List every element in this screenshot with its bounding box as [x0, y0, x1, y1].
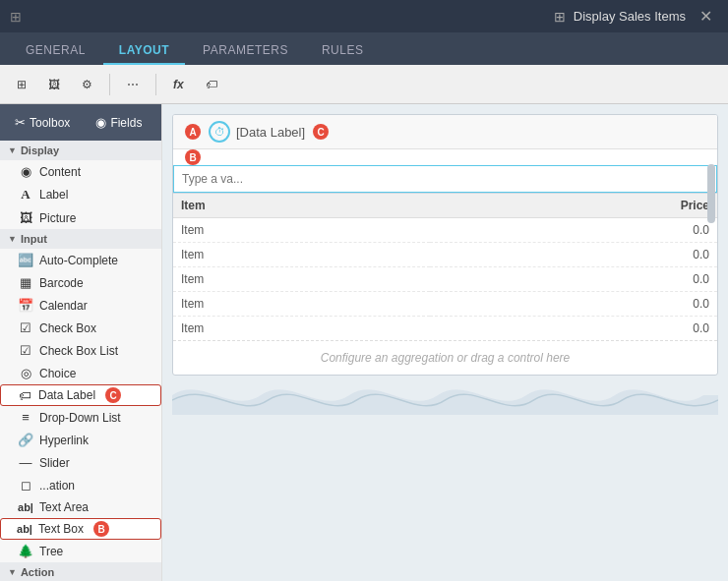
check-box-label: Check Box	[39, 321, 96, 335]
section-display-label: Display	[21, 145, 59, 156]
cell-price: 0.0	[430, 243, 717, 267]
tab-layout[interactable]: LAYOUT	[103, 37, 185, 65]
sidebar-item-barcode[interactable]: ▦ Barcode	[0, 271, 161, 294]
app-icon: ⊞	[10, 9, 22, 25]
sidebar-item-text-area[interactable]: ab| Text Area	[0, 496, 161, 518]
check-box-icon: ☑	[18, 320, 33, 335]
sidebar-item-check-box[interactable]: ☑ Check Box	[0, 317, 161, 339]
badge-b-canvas: B	[185, 149, 201, 165]
sidebar-item-tree[interactable]: 🌲 Tree	[0, 540, 161, 562]
fields-tab[interactable]: ◉ Fields	[89, 111, 149, 134]
sidebar-item-calendar[interactable]: 📅 Calendar	[0, 294, 161, 317]
toolbar-row: ⊞ 🖼 ⚙ ⋯ fx 🏷	[0, 65, 728, 104]
table-row: Item0.0	[173, 317, 717, 341]
drop-down-list-label: Drop-Down List	[39, 411, 121, 425]
toolbar-tag-btn[interactable]: 🏷	[197, 73, 226, 96]
fields-icon: ◉	[95, 115, 106, 130]
sidebar-item-notification[interactable]: ◻ ...ation	[0, 474, 161, 496]
table-row: Item0.0	[173, 218, 717, 243]
title-area: ⊞ Display Sales Items ✕	[554, 5, 718, 28]
toolbox-label: Toolbox	[30, 116, 70, 130]
notification-label: ...ation	[39, 479, 75, 493]
choice-icon: ◎	[18, 366, 33, 380]
toolbar-fx-btn[interactable]: fx	[164, 73, 193, 96]
slider-icon: —	[18, 455, 33, 470]
canvas-data-label: [Data Label]	[236, 125, 305, 140]
toolbar-preview-btn[interactable]: 🖼	[39, 73, 69, 96]
cell-price: 0.0	[430, 267, 717, 292]
toolbar-dots-btn[interactable]: ⋯	[118, 73, 148, 96]
chevron-display: ▼	[8, 145, 17, 155]
auto-complete-icon: 🔤	[18, 253, 33, 267]
col-price-header: Price	[430, 194, 717, 218]
sidebar-item-drop-down-list[interactable]: ≡ Drop-Down List	[0, 406, 161, 429]
toolbox-icon: ✂	[15, 115, 26, 130]
badge-c-canvas: C	[313, 124, 329, 140]
label-label: Label	[39, 188, 68, 202]
cell-price: 0.0	[430, 218, 717, 243]
cell-item: Item	[173, 267, 430, 292]
notification-icon: ◻	[18, 478, 33, 493]
sidebar-item-check-box-list[interactable]: ☑ Check Box List	[0, 339, 161, 362]
tree-icon: 🌲	[18, 544, 33, 558]
sidebar-item-label[interactable]: A Label	[0, 183, 161, 206]
window-icon: ⊞	[554, 9, 566, 25]
canvas-text-input[interactable]	[173, 165, 717, 193]
toolbar-grid-btn[interactable]: ⊞	[8, 73, 35, 96]
slider-label: Slider	[39, 456, 70, 470]
choice-label: Choice	[39, 367, 76, 380]
auto-complete-label: Auto-Complete	[39, 254, 118, 267]
sidebar-item-hyperlink[interactable]: 🔗 Hyperlink	[0, 429, 161, 451]
main-area: ✂ Toolbox ◉ Fields ≡ ▼ Display ◉ Content	[0, 104, 728, 581]
sidebar-item-slider[interactable]: — Slider	[0, 451, 161, 474]
tab-parameters[interactable]: PARAMETERS	[187, 37, 304, 65]
badge-a-canvas: A	[185, 124, 201, 140]
right-content: A ⏱ [Data Label] C B	[162, 104, 728, 581]
cell-item: Item	[173, 317, 430, 341]
table-row: Item0.0	[173, 292, 717, 317]
form-widget: A ⏱ [Data Label] C B	[172, 114, 718, 376]
sidebar-item-content[interactable]: ◉ Content	[0, 160, 161, 183]
calendar-icon: 📅	[18, 298, 33, 313]
label-icon: A	[18, 187, 33, 203]
sidebar-item-data-label[interactable]: 🏷 Data Label C	[0, 384, 161, 406]
fields-label: Fields	[110, 116, 142, 130]
section-action-header[interactable]: ▼ Action	[0, 562, 161, 581]
section-display-header[interactable]: ▼ Display	[0, 141, 161, 160]
tab-rules[interactable]: RULES	[306, 37, 380, 65]
toolbar-separator-2	[155, 74, 156, 95]
sidebar-item-picture[interactable]: 🖼 Picture	[0, 206, 161, 229]
nav-tabs: GENERAL LAYOUT PARAMETERS RULES	[0, 32, 728, 65]
tree-label: Tree	[39, 545, 63, 558]
picture-icon: 🖼	[18, 210, 33, 225]
sidebar-item-text-box[interactable]: ab| Text Box B	[0, 518, 161, 540]
title-bar: ⊞ ⊞ Display Sales Items ✕	[0, 0, 728, 32]
left-panel: ✂ Toolbox ◉ Fields ≡ ▼ Display ◉ Content	[0, 104, 162, 581]
sidebar-item-choice[interactable]: ◎ Choice	[0, 362, 161, 384]
text-input-row: B	[173, 149, 717, 194]
cell-price: 0.0	[430, 292, 717, 317]
chevron-action: ▼	[8, 567, 17, 577]
picture-label: Picture	[39, 211, 76, 225]
text-box-label: Text Box	[38, 522, 84, 536]
wave-separator	[172, 376, 718, 415]
sidebar-item-auto-complete[interactable]: 🔤 Auto-Complete	[0, 249, 161, 271]
close-button[interactable]: ✕	[694, 5, 718, 28]
cell-item: Item	[173, 292, 430, 317]
calendar-label: Calendar	[39, 299, 88, 313]
toolbar-settings-btn[interactable]: ⚙	[73, 73, 101, 96]
text-area-icon: ab|	[18, 501, 33, 513]
cell-price: 0.0	[430, 317, 717, 341]
hyperlink-icon: 🔗	[18, 433, 33, 447]
drop-down-list-icon: ≡	[18, 410, 33, 425]
hyperlink-label: Hyperlink	[39, 434, 89, 447]
barcode-icon: ▦	[18, 275, 33, 290]
tab-general[interactable]: GENERAL	[10, 37, 101, 65]
badge-b: B	[93, 521, 109, 537]
check-box-list-icon: ☑	[18, 343, 33, 358]
text-area-label: Text Area	[39, 500, 89, 514]
data-table: Item Price Item0.0Item0.0Item0.0Item0.0I…	[173, 194, 717, 340]
panel-body: ▼ Display ◉ Content A Label 🖼 Picture ▼ …	[0, 141, 161, 581]
section-input-header[interactable]: ▼ Input	[0, 229, 161, 249]
toolbox-tab[interactable]: ✂ Toolbox	[8, 111, 77, 134]
